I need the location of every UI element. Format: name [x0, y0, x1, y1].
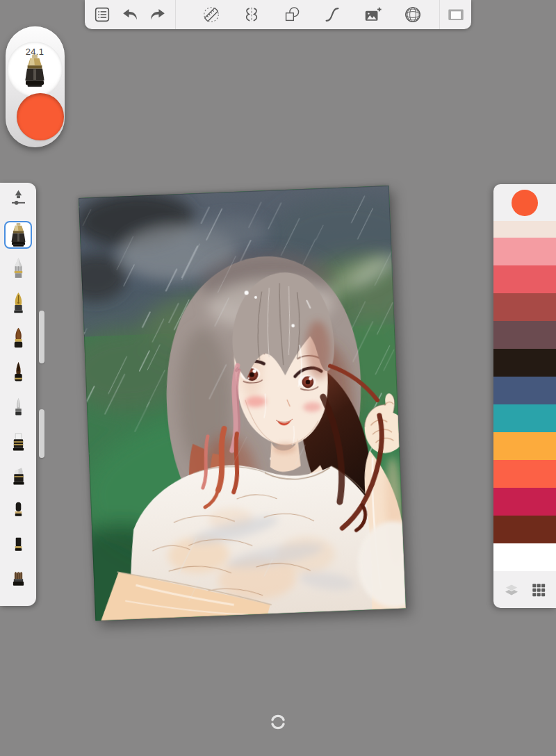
square-tip-marker-icon — [8, 534, 28, 561]
redo-icon[interactable] — [147, 4, 168, 25]
angled-marker-icon — [8, 465, 28, 491]
brush-item-flat-marker[interactable] — [4, 429, 32, 457]
brush-item-bristle-brush[interactable] — [4, 568, 32, 596]
palette-swatch-salmon[interactable] — [493, 265, 556, 293]
brush-item-fountain-nib[interactable] — [4, 290, 32, 318]
panel-drag-handle[interactable] — [39, 311, 44, 363]
toolbar-group-history — [85, 0, 175, 29]
app-window: { "toolbar": { "groups": [ {"name": "his… — [0, 0, 556, 756]
current-color-circle[interactable] — [17, 93, 64, 140]
brush-item-airbrush[interactable] — [4, 221, 32, 249]
shape-select-icon[interactable] — [281, 4, 302, 25]
panel-drag-handle[interactable] — [39, 409, 44, 458]
brush-item-square-tip-marker[interactable] — [4, 534, 32, 561]
perspective-grid-icon[interactable] — [402, 4, 423, 25]
canvas-view-icon[interactable] — [445, 4, 466, 25]
palette-swatch-dark-brown[interactable] — [493, 349, 556, 377]
palette-swatch-amber[interactable] — [493, 432, 556, 460]
layer-list-icon[interactable] — [92, 4, 113, 25]
palette-footer — [493, 571, 556, 608]
stylus-pen-icon — [8, 256, 28, 283]
brush-item-soft-gray-brush[interactable] — [4, 395, 32, 422]
palette-swatch-pink[interactable] — [493, 238, 556, 265]
palette-swatch-cream[interactable] — [493, 221, 556, 238]
brush-size-preview[interactable]: 24.1 — [7, 42, 63, 97]
soft-gray-brush-icon — [8, 395, 28, 422]
airbrush-icon — [8, 222, 28, 248]
bristle-brush-icon — [8, 569, 28, 595]
palette-swatch-crimson[interactable] — [493, 488, 556, 516]
flat-marker-icon — [8, 430, 28, 457]
brush-item-brush-settings[interactable] — [4, 186, 32, 214]
palette-swatch-slate-blue[interactable] — [493, 377, 556, 404]
layers-icon[interactable] — [503, 582, 520, 598]
top-toolbar — [85, 0, 471, 29]
brush-item-angled-marker[interactable] — [4, 464, 32, 492]
brush-panel — [0, 183, 36, 606]
palette-swatch-brick-red[interactable] — [493, 293, 556, 321]
round-brush-icon — [8, 326, 28, 352]
brush-item-stylus-pen[interactable] — [4, 256, 32, 284]
current-brush-icon — [22, 53, 48, 92]
symmetry-icon[interactable] — [241, 4, 262, 25]
drawing-canvas[interactable] — [79, 186, 406, 621]
collapse-handle-icon[interactable] — [269, 713, 287, 734]
palette-swatch-tomato[interactable] — [493, 460, 556, 488]
toolbar-group-tools — [175, 0, 439, 29]
brush-item-round-brush[interactable] — [4, 325, 32, 353]
round-tip-marker-icon — [8, 500, 28, 526]
palette-swatch-white[interactable] — [493, 543, 556, 571]
ruler-icon[interactable] — [201, 4, 222, 25]
painting — [79, 186, 406, 621]
palette-swatch-teal[interactable] — [493, 404, 556, 432]
palette-swatch-mauve-brown[interactable] — [493, 321, 556, 349]
brush-item-pointed-brush[interactable] — [4, 360, 32, 388]
add-image-icon[interactable] — [362, 4, 383, 25]
palette-header — [493, 184, 556, 221]
grid-icon[interactable] — [531, 582, 546, 598]
color-palette-panel — [493, 184, 556, 608]
toolbar-group-view — [439, 0, 471, 29]
curve-icon[interactable] — [322, 4, 343, 25]
palette-swatches — [493, 221, 556, 571]
pointed-brush-icon — [8, 361, 28, 387]
brush-item-round-tip-marker[interactable] — [4, 499, 32, 527]
undo-icon[interactable] — [120, 4, 140, 25]
brush-size-widget: 24.1 — [6, 26, 65, 147]
fountain-nib-icon — [8, 291, 28, 318]
palette-swatch-rust-brown[interactable] — [493, 516, 556, 543]
brush-settings-icon — [8, 187, 28, 213]
palette-current-color[interactable] — [512, 190, 538, 216]
